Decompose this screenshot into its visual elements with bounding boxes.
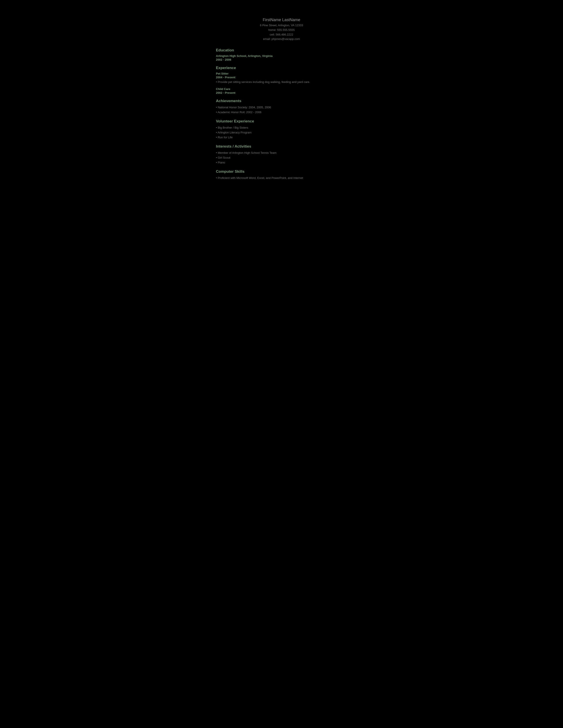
volunteer-section: Volunteer Experience • Big Brother / Big… xyxy=(216,119,347,140)
experience-section: Experience Pet Sitter 2004 - Present • P… xyxy=(216,66,347,94)
achievements-title: Achievements xyxy=(216,99,347,103)
job-dates-1: 2002 - Present xyxy=(216,91,347,94)
job-dates-0: 2004 - Present xyxy=(216,76,347,79)
job-desc-0: • Provide pet sitting services including… xyxy=(216,80,347,84)
experience-title: Experience xyxy=(216,66,347,70)
volunteer-item-1: • Arlington Literacy Program xyxy=(216,130,347,135)
interests-section: Interests / Activities • Member of Arlin… xyxy=(216,144,347,165)
education-section: Education Arlington High School, Arlingt… xyxy=(216,48,347,61)
job-title-1: Child Care xyxy=(216,87,347,91)
volunteer-item-2: • Run for Life xyxy=(216,135,347,140)
cell-phone: cell: 566.486.2222 xyxy=(216,32,347,37)
achievement-item-1: • Academic Honor Roll: 2002 - 2006 xyxy=(216,110,347,115)
address: 6 Pine Street, Arlington, VA 12333 xyxy=(216,23,347,28)
education-entry: Arlington High School, Arlington, Virgin… xyxy=(216,54,347,61)
achievement-item-0: • National Honor Society: 2004, 2005, 20… xyxy=(216,105,347,110)
full-name: FirstName LastName xyxy=(216,18,347,22)
computer-skills-section: Computer Skills • Proficient with Micros… xyxy=(216,169,347,180)
home-phone: home: 555.555.5555 xyxy=(216,28,347,32)
job-entry-0: Pet Sitter 2004 - Present • Provide pet … xyxy=(216,72,347,84)
achievements-section: Achievements • National Honor Society: 2… xyxy=(216,99,347,115)
school-years: 2002 - 2006 xyxy=(216,58,347,61)
volunteer-title: Volunteer Experience xyxy=(216,119,347,124)
email: email: phjones@vacapp.com xyxy=(216,37,347,41)
education-title: Education xyxy=(216,48,347,53)
job-title-0: Pet Sitter xyxy=(216,72,347,75)
interest-item-0: • Member of Arlington High School Tennis… xyxy=(216,150,347,155)
interest-item-2: • Piano xyxy=(216,160,347,165)
school-name: Arlington High School, Arlington, Virgin… xyxy=(216,54,347,58)
interest-item-1: • Girl Scout xyxy=(216,155,347,160)
resume-header: FirstName LastName 6 Pine Street, Arling… xyxy=(216,18,347,41)
volunteer-item-0: • Big Brother / Big Sisters xyxy=(216,125,347,130)
resume-page: FirstName LastName 6 Pine Street, Arling… xyxy=(194,0,369,227)
computer-skills-title: Computer Skills xyxy=(216,169,347,174)
skill-item-0: • Proficient with Microsoft Word, Excel,… xyxy=(216,176,347,180)
interests-title: Interests / Activities xyxy=(216,144,347,149)
job-entry-1: Child Care 2002 - Present xyxy=(216,87,347,94)
